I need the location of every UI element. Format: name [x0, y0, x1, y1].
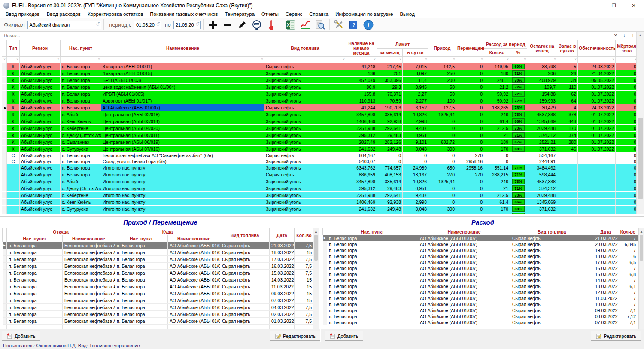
table-row[interactable]: КАбыйский улусп. Белая гораБРП (АБЫ 01/0… [2, 77, 638, 84]
column-dead-zone[interactable]: Мёртвая зона [616, 40, 638, 57]
expense-row[interactable]: ►п. Белая гораАО Абыйское (АБЫ 01/007)Сы… [323, 235, 638, 241]
income-scrollbar[interactable]: ▲ ▼ [313, 228, 319, 329]
filter-dropdown[interactable] [578, 57, 616, 63]
help-book-icon[interactable]: ? [346, 19, 361, 31]
menu-item-7[interactable]: Сервис [282, 12, 306, 17]
column-fuel[interactable]: Вид топлива [510, 228, 593, 235]
income-row[interactable]: п. Белая гораБелогоская нефтебаза АО "Са… [3, 276, 313, 283]
scroll-up-icon[interactable]: ▲ [637, 32, 644, 39]
column-region[interactable]: Регион [20, 40, 61, 57]
column-to-settlement[interactable]: Нас. пункт [115, 235, 168, 242]
column-from-settlement[interactable]: Нас. пункт [7, 235, 63, 242]
income-row[interactable]: п. Белая гораБелогоская нефтебаза АО "Са… [3, 270, 313, 276]
scroll-up-icon[interactable]: ▲ [313, 228, 319, 235]
income-row[interactable]: п. Белая гораБелогоская нефтебаза АО "Са… [3, 256, 313, 263]
column-provision[interactable]: Обеспеченность [578, 40, 616, 57]
column-balance-start[interactable]: Наличие на начало месяца [346, 40, 377, 57]
menu-item-9[interactable]: Информация по загрузке [332, 12, 396, 17]
expense-row[interactable]: п. Белая гораАО Абыйское (АБЫ 01/007)Сыр… [323, 307, 638, 313]
expense-row[interactable]: п. Белая гораАО Абыйское (АБЫ 01/007)Сыр… [323, 313, 638, 319]
column-to-name[interactable]: Наименование [168, 235, 220, 242]
column-from-group[interactable]: Откуда [7, 228, 115, 235]
remove-icon[interactable] [220, 19, 235, 31]
menu-item-10[interactable]: Выход [396, 12, 418, 17]
column-name[interactable]: Наименование [101, 40, 264, 57]
branch-combobox[interactable]: Абыйский филиал ऀ [27, 21, 101, 29]
column-fuel[interactable]: Вид топлива [220, 228, 270, 242]
filter-dropdown[interactable] [484, 57, 510, 63]
table-row[interactable]: САбыйский улусп. Белая гораСклад угля п.… [2, 158, 638, 164]
expense-row[interactable]: п. Белая гораАО Абыйское (АБЫ 01/007)Сыр… [323, 247, 638, 253]
table-row[interactable]: КАбыйский улусп. Белая гора4 квартал (АБ… [2, 70, 638, 77]
expense-row[interactable]: п. Белая гораАО Абыйское (АБЫ 01/007)Сыр… [323, 259, 638, 265]
column-to-group[interactable]: Куда [115, 228, 220, 235]
income-row[interactable]: ►п. Белая гораБелогоская нефтебаза АО "С… [3, 242, 313, 249]
filter-dropdown[interactable] [61, 57, 101, 63]
income-row[interactable]: п. Белая гораБелогоская нефтебаза АО "Са… [3, 297, 313, 304]
close-button[interactable]: ✕ [624, 0, 644, 11]
filter-dropdown[interactable] [428, 57, 456, 63]
period-from-combobox[interactable]: 01.03.2022 ऀ [134, 21, 161, 29]
filter-dropdown[interactable] [346, 57, 377, 63]
income-row[interactable]: п. Белая гораБелогоская нефтебаза АО "Са… [3, 283, 313, 290]
expense-row[interactable]: п. Белая гораАО Абыйское (АБЫ 01/007)Сыр… [323, 289, 638, 295]
filter-dropdown[interactable] [7, 57, 20, 63]
minimize-button[interactable]: ─ [584, 0, 604, 11]
scroll-thumb[interactable] [640, 235, 643, 261]
edit-expense-button[interactable]: Редактировать [591, 331, 641, 341]
expense-row[interactable]: п. Белая гораАО Абыйское (АБЫ 01/007)Сыр… [323, 277, 638, 283]
edit-income-button[interactable]: Редактировать [270, 331, 320, 341]
table-row[interactable]: КАбыйский улусс. АбыйЦентральное (АБЫ 02… [2, 111, 638, 118]
add-icon[interactable] [206, 19, 220, 31]
filter-dropdown[interactable] [101, 57, 264, 63]
table-row[interactable]: Абыйский улусс. Дёску (Оттох-Атах)Итого … [2, 185, 638, 192]
table-row[interactable]: Абыйский улусс. КебергенеИтого по нас. п… [2, 192, 638, 199]
tools-icon[interactable] [332, 19, 346, 31]
add-income-button[interactable]: Добавить [2, 331, 40, 341]
expense-row[interactable]: п. Белая гораАО Абыйское (АБЫ 01/007)Сыр… [323, 253, 638, 259]
table-row[interactable]: САбыйский улусп. Белая гораБелогоская не… [2, 152, 638, 158]
restore-button[interactable]: ❐ [604, 0, 624, 11]
column-type[interactable]: Тип [7, 40, 20, 57]
table-row[interactable]: Абыйский улусс. АбыйИтого по нас. пункту… [2, 178, 638, 185]
table-row[interactable]: Абыйский улусс. Кенг-КюёльИтого по нас. … [2, 199, 638, 206]
column-name[interactable]: Наименование [418, 228, 510, 235]
filter-dropdown[interactable] [264, 57, 346, 63]
income-row[interactable]: п. Белая гораБелогоская нефтебаза АО "Са… [3, 263, 313, 270]
expense-row[interactable]: п. Белая гораАО Абыйское (АБЫ 01/007)Сыр… [323, 271, 638, 277]
expense-scrollbar[interactable]: ▲ ▼ [638, 228, 644, 329]
search-prev-icon[interactable]: ↑ [629, 32, 637, 39]
menu-item-5[interactable]: Температура [221, 12, 258, 17]
menu-item-6[interactable]: Отчеты [258, 12, 282, 17]
info-icon[interactable]: i [361, 19, 376, 31]
filter-dropdown[interactable] [510, 57, 527, 63]
filter-dropdown[interactable] [403, 57, 428, 63]
column-fuel[interactable]: Вид топлива [264, 40, 346, 57]
expense-row[interactable]: п. Белая гораАО Абыйское (АБЫ 01/007)Сыр… [323, 319, 638, 325]
period-to-combobox[interactable]: 21.03.2022 ऀ [173, 21, 201, 29]
search-next-icon[interactable]: ↓ [620, 32, 629, 39]
menu-item-2[interactable]: Ввод расходов [43, 12, 84, 17]
clear-search-icon[interactable]: ✕ [611, 32, 620, 39]
table-row[interactable]: Абыйский улусп. Белая гораИтого по нас. … [2, 164, 638, 171]
main-scrollbar[interactable]: ▲ ▼ [636, 32, 644, 214]
expense-row[interactable]: п. Белая гораАО Абыйское (АБЫ 01/007)Сыр… [323, 301, 638, 307]
table-row[interactable]: КАбыйский улусс. СыаганнахЦентральная (А… [2, 139, 638, 146]
filter-dropdown[interactable] [616, 57, 638, 63]
column-consumption-pct[interactable]: % [510, 49, 527, 57]
table-row[interactable]: Абыйский улусп. Белая гораИтого по нас. … [2, 171, 638, 178]
column-qty[interactable]: Кол-во [295, 228, 313, 242]
thermometer-icon[interactable] [264, 19, 279, 31]
table-row[interactable]: КАбыйский улусп. Белая гора3 квартал (АБ… [2, 63, 638, 70]
table-row[interactable]: КАбыйский улусс. Кенг-КюёльЦентральная (… [2, 118, 638, 125]
table-row[interactable]: КАбыйский улусс. СутуруохаЦентральная (А… [2, 146, 638, 152]
menu-item-3[interactable]: Корректировка остатков [84, 12, 146, 17]
table-row[interactable]: КАбыйский улусс. Дёску (Оттох-Атах)Центр… [2, 132, 638, 139]
scroll-up-icon[interactable]: ▲ [639, 228, 644, 235]
add-expense-button[interactable]: Добавить [325, 331, 363, 341]
column-date[interactable]: Дата [270, 228, 295, 242]
column-settlement[interactable]: Нас. пункт [61, 40, 101, 57]
filter-dropdown[interactable] [20, 57, 61, 63]
table-row[interactable]: КАбыйский улусп. Белая гораИРВП (АБЫ 01/… [2, 91, 638, 97]
menu-item-1[interactable]: Ввод приходов [2, 12, 43, 17]
